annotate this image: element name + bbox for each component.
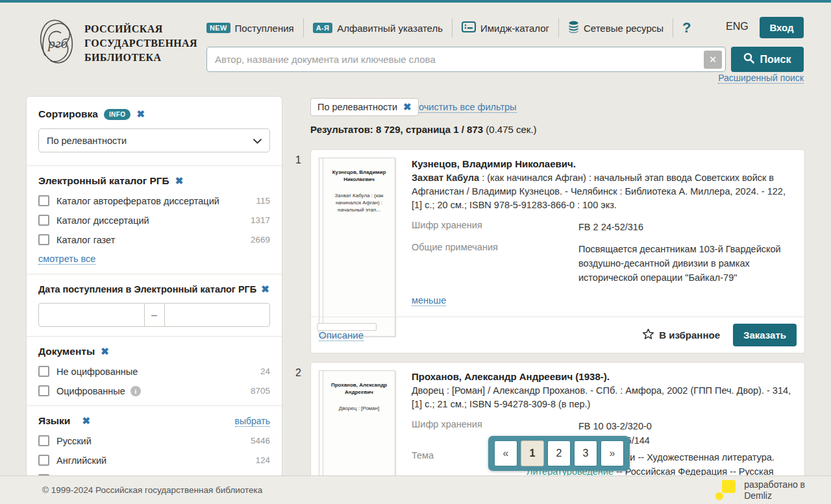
filter-row-autoref: Каталог авторефератов диссертаций 115 bbox=[38, 195, 270, 206]
date-from-input[interactable] bbox=[38, 303, 145, 327]
search-input[interactable] bbox=[215, 54, 699, 65]
help-icon[interactable]: ? bbox=[682, 19, 691, 36]
result-title: Захват Кабула bbox=[412, 173, 479, 183]
catalog-close-icon[interactable]: ✖ bbox=[175, 175, 184, 187]
filter-label: Русский bbox=[56, 436, 92, 446]
nav-new-arrivals-label: Поступления bbox=[235, 23, 294, 34]
filter-count: 115 bbox=[256, 196, 270, 206]
result-author: Проханов, Александр Андреевич (1938-). bbox=[412, 370, 794, 383]
nav-divider bbox=[558, 18, 559, 38]
checkbox-autoref[interactable] bbox=[38, 195, 49, 206]
search-bar: ✕ bbox=[206, 47, 726, 72]
pagination-page-1[interactable]: 1 bbox=[521, 440, 544, 466]
copyright-text: © 1999-2024 Российская государственная б… bbox=[42, 485, 262, 495]
filter-label: Каталог диссертаций bbox=[56, 215, 149, 226]
filter-row-newspapers: Каталог газет 2669 bbox=[38, 234, 270, 245]
checkbox-russian[interactable] bbox=[38, 435, 49, 446]
shelfmark-line-1: FB 10 03-2/320-0 bbox=[578, 419, 652, 433]
date-to-input[interactable] bbox=[164, 303, 271, 327]
language-switch[interactable]: ENG bbox=[726, 21, 749, 32]
filter-label: Не оцифрованные bbox=[56, 366, 138, 377]
book-cover-thumbnail[interactable]: Кузнецов, Владимир Николаевич Захват Каб… bbox=[319, 158, 395, 337]
result-number: 2 bbox=[295, 367, 301, 379]
info-icon[interactable]: i bbox=[130, 386, 141, 396]
date-range: – bbox=[38, 303, 270, 327]
chevron-down-icon bbox=[253, 136, 262, 146]
clear-all-filters-link[interactable]: очистить все фильтры bbox=[419, 102, 517, 113]
pagination: « 1 2 3 » bbox=[488, 436, 630, 471]
catalog-title-label: Электронный каталог РГБ bbox=[38, 175, 169, 187]
checkbox-newspapers[interactable] bbox=[38, 234, 49, 245]
chip-close-icon[interactable]: ✖ bbox=[403, 101, 412, 113]
rsl-logo[interactable]: ргб bbox=[34, 16, 79, 69]
result-number: 1 bbox=[295, 154, 301, 166]
section-divider bbox=[27, 336, 282, 337]
nav-divider bbox=[303, 18, 304, 38]
filter-label: Оцифрованные bbox=[56, 386, 125, 396]
result-description: Захват Кабула : (как начинался Афган) : … bbox=[412, 171, 794, 212]
sort-close-icon[interactable]: ✖ bbox=[136, 108, 145, 120]
nav-network-resources[interactable]: Сетевые ресурсы bbox=[568, 21, 664, 35]
search-button[interactable]: Поиск bbox=[731, 47, 804, 72]
documents-title-label: Документы bbox=[38, 346, 95, 357]
pagination-prev-button[interactable]: « bbox=[494, 440, 517, 466]
nav-alphabet-index[interactable]: А-Я Алфавитный указатель bbox=[313, 23, 443, 34]
active-filter-chip[interactable]: По релевантности ✖ bbox=[310, 98, 419, 116]
nav-divider bbox=[673, 18, 673, 38]
checkbox-not-digitized[interactable] bbox=[38, 366, 49, 377]
add-to-favorites-button[interactable]: В избранное bbox=[642, 328, 720, 342]
results-summary: Результатов: 8 729, страница 1 / 873 (0.… bbox=[310, 124, 537, 135]
documents-close-icon[interactable]: ✖ bbox=[101, 346, 109, 357]
choose-languages-link[interactable]: выбрать bbox=[235, 416, 271, 427]
thumb-author: Кузнецов, Владимир Николаевич bbox=[329, 169, 390, 183]
checkbox-digitized[interactable] bbox=[38, 385, 49, 396]
languages-close-icon[interactable]: ✖ bbox=[82, 415, 90, 427]
thumb-author: Проханов, Александр Андреевич bbox=[329, 381, 390, 396]
demliz-logo-icon bbox=[714, 479, 738, 502]
show-less-link[interactable]: меньше bbox=[412, 295, 446, 306]
sort-title-label: Сортировка bbox=[38, 108, 98, 120]
pagination-page-3[interactable]: 3 bbox=[574, 440, 597, 466]
description-link[interactable]: Описание bbox=[319, 330, 364, 341]
filter-row-english: Английский 124 bbox=[38, 455, 270, 466]
advanced-search-link[interactable]: Расширенный поиск bbox=[718, 73, 804, 84]
filter-row-not-digitized: Не оцифрованные 24 bbox=[38, 366, 270, 377]
thumb-title: Дворец : [Роман] bbox=[329, 405, 390, 412]
field-label: Общие примечания bbox=[412, 242, 578, 285]
top-navigation: NEW Поступления А-Я Алфавитный указатель… bbox=[206, 18, 691, 38]
nav-new-arrivals[interactable]: NEW Поступления bbox=[206, 23, 294, 34]
checkbox-dissert[interactable] bbox=[38, 215, 49, 226]
filter-row-russian: Русский 5446 bbox=[38, 435, 270, 446]
result-actions: Описание В избранное Заказать bbox=[311, 317, 804, 353]
developed-by[interactable]: разработано в Demliz bbox=[714, 479, 805, 502]
see-all-link[interactable]: смотреть все bbox=[38, 254, 95, 265]
field-row-notes: Общие примечания Посвящается десантникам… bbox=[412, 242, 794, 285]
nav-alphabet-index-label: Алфавитный указатель bbox=[337, 23, 443, 34]
filter-count: 5446 bbox=[251, 436, 270, 446]
pagination-page-2[interactable]: 2 bbox=[547, 440, 571, 466]
filter-row-dissert: Каталог диссертаций 1317 bbox=[38, 215, 270, 226]
login-button[interactable]: Вход bbox=[760, 17, 804, 38]
section-divider bbox=[27, 165, 282, 166]
image-catalog-icon bbox=[462, 21, 476, 34]
clear-search-icon[interactable]: ✕ bbox=[704, 51, 722, 69]
developed-by-text: разработано в Demliz bbox=[744, 479, 805, 501]
field-value: Посвящается десантникам 103-й Гвардейско… bbox=[578, 242, 794, 285]
top-accent-strip bbox=[0, 0, 831, 3]
sort-select[interactable]: По релевантности bbox=[38, 128, 270, 152]
date-close-icon[interactable]: ✖ bbox=[261, 283, 269, 295]
new-badge: NEW bbox=[206, 23, 230, 33]
svg-text:ргб: ргб bbox=[47, 35, 69, 51]
book-spine bbox=[323, 158, 323, 336]
nav-image-catalog[interactable]: Имидж-каталог bbox=[462, 21, 549, 34]
sort-select-value: По релевантности bbox=[47, 136, 127, 146]
checkbox-english[interactable] bbox=[38, 455, 49, 466]
footer: © 1999-2024 Российская государственная б… bbox=[0, 475, 831, 504]
languages-title-label: Языки bbox=[38, 415, 70, 427]
order-button[interactable]: Заказать bbox=[733, 324, 797, 346]
filter-count: 1317 bbox=[251, 215, 270, 225]
pagination-next-button[interactable]: » bbox=[601, 440, 624, 466]
result-card-1: Кузнецов, Владимир Николаевич Захват Каб… bbox=[310, 149, 805, 354]
nav-network-resources-label: Сетевые ресурсы bbox=[584, 23, 664, 34]
info-badge[interactable]: INFO bbox=[104, 109, 131, 120]
